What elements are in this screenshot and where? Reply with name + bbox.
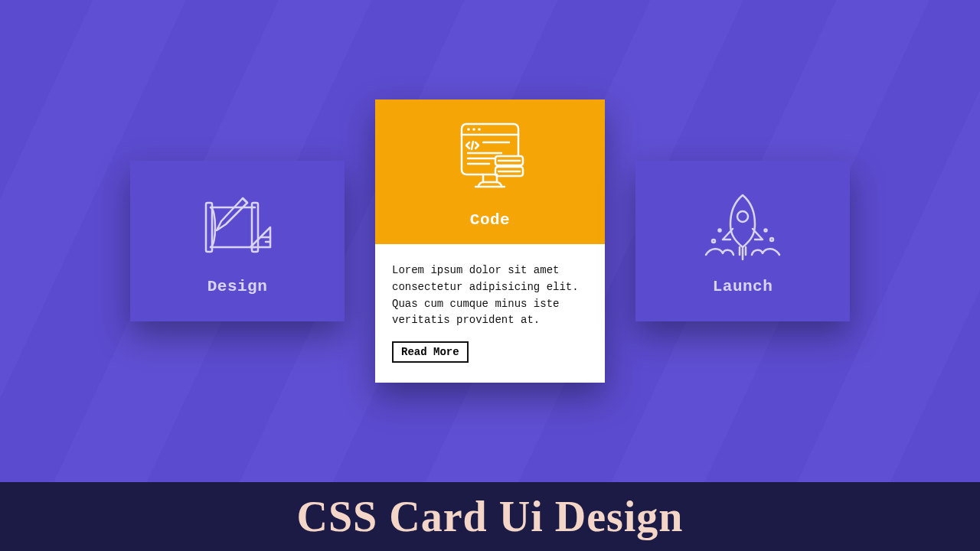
design-icon xyxy=(195,191,279,267)
svg-rect-0 xyxy=(206,203,212,252)
svg-point-9 xyxy=(712,240,715,243)
card-code-body: Lorem ipsum dolor sit amet consectetur a… xyxy=(375,244,605,383)
card-description: Lorem ipsum dolor sit amet consectetur a… xyxy=(392,262,588,329)
page-title: CSS Card Ui Design xyxy=(297,492,684,541)
svg-point-8 xyxy=(737,211,748,222)
card-design[interactable]: Design xyxy=(130,161,345,321)
svg-point-11 xyxy=(765,229,767,231)
svg-point-5 xyxy=(478,128,481,131)
card-title: Design xyxy=(207,278,268,295)
footer-banner: CSS Card Ui Design xyxy=(0,482,980,551)
card-row: Design xyxy=(0,0,980,482)
card-code-header: Code xyxy=(375,99,605,244)
svg-point-10 xyxy=(770,238,773,241)
card-title: Code xyxy=(470,211,510,229)
svg-point-3 xyxy=(467,128,470,131)
read-more-button[interactable]: Read More xyxy=(392,341,469,363)
svg-point-12 xyxy=(719,229,721,231)
card-launch[interactable]: Launch xyxy=(635,161,850,321)
launch-icon xyxy=(697,191,789,267)
svg-point-4 xyxy=(472,128,475,131)
code-icon xyxy=(448,116,532,201)
card-title: Launch xyxy=(713,278,773,295)
card-code[interactable]: Code Lorem ipsum dolor sit amet consecte… xyxy=(375,99,605,383)
